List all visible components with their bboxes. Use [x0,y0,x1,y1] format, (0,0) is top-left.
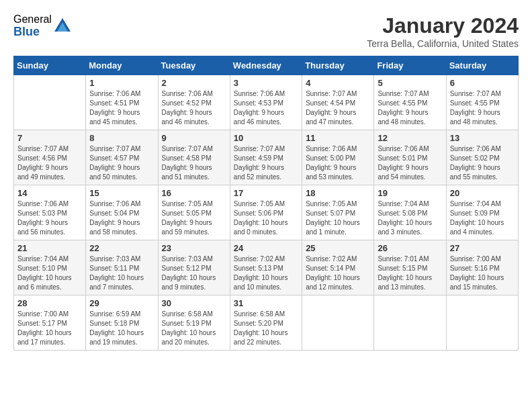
day-info: Sunrise: 6:58 AM Sunset: 5:20 PM Dayligh… [234,310,298,347]
weekday-header-saturday: Saturday [446,56,518,75]
calendar-week-row: 28Sunrise: 7:00 AM Sunset: 5:17 PM Dayli… [14,295,519,351]
calendar-cell: 19Sunrise: 7:04 AM Sunset: 5:08 PM Dayli… [374,185,446,240]
calendar-cell: 17Sunrise: 7:05 AM Sunset: 5:06 PM Dayli… [230,185,302,240]
day-number: 25 [306,243,370,253]
day-number: 17 [234,188,298,198]
calendar-cell: 31Sunrise: 6:58 AM Sunset: 5:20 PM Dayli… [230,295,302,351]
weekday-header-wednesday: Wednesday [230,56,302,75]
day-number: 8 [89,133,154,143]
day-number: 27 [450,243,515,253]
calendar-cell [446,295,518,351]
calendar-cell: 13Sunrise: 7:06 AM Sunset: 5:02 PM Dayli… [446,130,518,185]
day-info: Sunrise: 7:07 AM Sunset: 4:58 PM Dayligh… [162,144,226,182]
calendar-cell: 28Sunrise: 7:00 AM Sunset: 5:17 PM Dayli… [14,295,86,351]
calendar-cell: 8Sunrise: 7:07 AM Sunset: 4:57 PM Daylig… [86,130,158,185]
day-number: 29 [89,298,154,308]
day-info: Sunrise: 7:07 AM Sunset: 4:55 PM Dayligh… [450,89,515,127]
title-section: January 2024 Terra Bella, California, Un… [367,13,519,49]
calendar-cell: 20Sunrise: 7:04 AM Sunset: 5:09 PM Dayli… [446,185,518,240]
day-info: Sunrise: 7:05 AM Sunset: 5:07 PM Dayligh… [306,199,370,237]
day-info: Sunrise: 7:04 AM Sunset: 5:08 PM Dayligh… [378,199,442,237]
day-number: 23 [162,243,226,253]
calendar-week-row: 7Sunrise: 7:07 AM Sunset: 4:56 PM Daylig… [14,130,519,185]
weekday-header-sunday: Sunday [14,56,86,75]
calendar-cell: 2Sunrise: 7:06 AM Sunset: 4:52 PM Daylig… [158,75,230,130]
day-number: 20 [450,188,515,198]
calendar-cell: 22Sunrise: 7:03 AM Sunset: 5:11 PM Dayli… [86,240,158,295]
calendar-cell: 10Sunrise: 7:07 AM Sunset: 4:59 PM Dayli… [230,130,302,185]
day-info: Sunrise: 7:06 AM Sunset: 5:00 PM Dayligh… [306,144,370,182]
calendar-cell: 12Sunrise: 7:06 AM Sunset: 5:01 PM Dayli… [374,130,446,185]
day-info: Sunrise: 7:04 AM Sunset: 5:09 PM Dayligh… [450,199,515,237]
calendar-cell: 15Sunrise: 7:06 AM Sunset: 5:04 PM Dayli… [86,185,158,240]
day-number: 19 [378,188,442,198]
weekday-header-monday: Monday [86,56,158,75]
day-info: Sunrise: 7:07 AM Sunset: 4:54 PM Dayligh… [306,89,370,127]
calendar-cell: 29Sunrise: 6:59 AM Sunset: 5:18 PM Dayli… [86,295,158,351]
calendar-cell: 9Sunrise: 7:07 AM Sunset: 4:58 PM Daylig… [158,130,230,185]
day-info: Sunrise: 7:02 AM Sunset: 5:14 PM Dayligh… [306,255,370,292]
day-info: Sunrise: 7:06 AM Sunset: 5:03 PM Dayligh… [17,199,82,237]
day-info: Sunrise: 6:58 AM Sunset: 5:19 PM Dayligh… [162,310,226,347]
weekday-header-tuesday: Tuesday [158,56,230,75]
calendar-week-row: 21Sunrise: 7:04 AM Sunset: 5:10 PM Dayli… [14,240,519,295]
day-info: Sunrise: 7:07 AM Sunset: 4:57 PM Dayligh… [89,144,154,182]
day-info: Sunrise: 7:06 AM Sunset: 5:01 PM Dayligh… [378,144,442,182]
day-info: Sunrise: 7:06 AM Sunset: 4:52 PM Dayligh… [162,89,226,127]
location: Terra Bella, California, United States [367,38,519,49]
weekday-header-thursday: Thursday [302,56,374,75]
page-header: General Blue January 2024 Terra Bella, C… [13,13,519,49]
day-number: 10 [234,133,298,143]
day-info: Sunrise: 7:04 AM Sunset: 5:10 PM Dayligh… [17,255,82,292]
day-number: 1 [89,78,154,88]
day-number: 28 [17,298,82,308]
day-number: 6 [450,78,515,88]
calendar-cell [14,75,86,130]
day-number: 15 [89,188,154,198]
day-info: Sunrise: 7:03 AM Sunset: 5:12 PM Dayligh… [162,255,226,292]
day-number: 30 [162,298,226,308]
calendar-cell: 7Sunrise: 7:07 AM Sunset: 4:56 PM Daylig… [14,130,86,185]
day-number: 5 [378,78,442,88]
calendar-cell: 26Sunrise: 7:01 AM Sunset: 5:15 PM Dayli… [374,240,446,295]
day-info: Sunrise: 7:07 AM Sunset: 4:59 PM Dayligh… [234,144,298,182]
logo-blue: Blue [13,26,52,39]
day-number: 21 [17,243,82,253]
calendar-cell: 23Sunrise: 7:03 AM Sunset: 5:12 PM Dayli… [158,240,230,295]
day-number: 18 [306,188,370,198]
day-number: 31 [234,298,298,308]
calendar-cell: 25Sunrise: 7:02 AM Sunset: 5:14 PM Dayli… [302,240,374,295]
calendar-week-row: 1Sunrise: 7:06 AM Sunset: 4:51 PM Daylig… [14,75,519,130]
day-info: Sunrise: 7:07 AM Sunset: 4:56 PM Dayligh… [17,144,82,182]
day-info: Sunrise: 7:07 AM Sunset: 4:55 PM Dayligh… [378,89,442,127]
calendar-cell: 3Sunrise: 7:06 AM Sunset: 4:53 PM Daylig… [230,75,302,130]
calendar-cell: 1Sunrise: 7:06 AM Sunset: 4:51 PM Daylig… [86,75,158,130]
weekday-header-friday: Friday [374,56,446,75]
day-info: Sunrise: 7:06 AM Sunset: 5:02 PM Dayligh… [450,144,515,182]
weekday-header-row: SundayMondayTuesdayWednesdayThursdayFrid… [14,56,519,75]
calendar-table: SundayMondayTuesdayWednesdayThursdayFrid… [13,56,519,351]
day-info: Sunrise: 6:59 AM Sunset: 5:18 PM Dayligh… [89,310,154,347]
day-number: 7 [17,133,82,143]
day-number: 3 [234,78,298,88]
calendar-cell: 14Sunrise: 7:06 AM Sunset: 5:03 PM Dayli… [14,185,86,240]
calendar-cell: 6Sunrise: 7:07 AM Sunset: 4:55 PM Daylig… [446,75,518,130]
day-number: 13 [450,133,515,143]
day-info: Sunrise: 7:06 AM Sunset: 5:04 PM Dayligh… [89,199,154,237]
logo: General Blue [13,13,72,38]
day-number: 24 [234,243,298,253]
calendar-cell [302,295,374,351]
calendar-cell [374,295,446,351]
day-number: 11 [306,133,370,143]
day-info: Sunrise: 7:02 AM Sunset: 5:13 PM Dayligh… [234,255,298,292]
day-info: Sunrise: 7:03 AM Sunset: 5:11 PM Dayligh… [89,255,154,292]
calendar-cell: 11Sunrise: 7:06 AM Sunset: 5:00 PM Dayli… [302,130,374,185]
day-info: Sunrise: 7:01 AM Sunset: 5:15 PM Dayligh… [378,255,442,292]
logo-general: General [13,13,52,26]
calendar-cell: 21Sunrise: 7:04 AM Sunset: 5:10 PM Dayli… [14,240,86,295]
day-number: 22 [89,243,154,253]
day-number: 14 [17,188,82,198]
calendar-cell: 5Sunrise: 7:07 AM Sunset: 4:55 PM Daylig… [374,75,446,130]
day-info: Sunrise: 7:05 AM Sunset: 5:06 PM Dayligh… [234,199,298,237]
day-number: 2 [162,78,226,88]
